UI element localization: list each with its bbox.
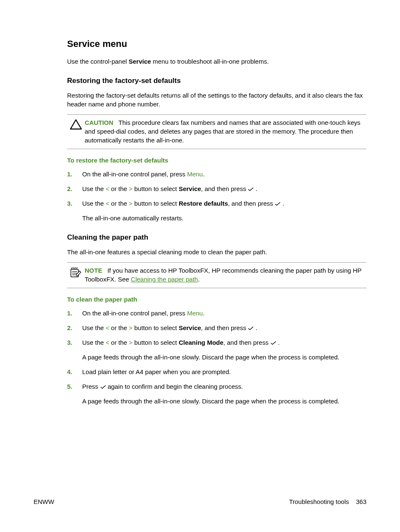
list-item: On the all-in-one control panel, press M… <box>67 309 366 318</box>
link-cleaning-paper-path[interactable]: Cleaning the paper path <box>131 276 198 283</box>
text: or the <box>109 324 129 331</box>
step-sub: The all-in-one automatically restarts. <box>82 214 366 222</box>
lt-symbol: < <box>106 324 109 331</box>
list-item: Use the < or the > button to select Rest… <box>67 199 366 222</box>
gt-symbol: > <box>129 200 132 207</box>
text: button to select <box>132 324 179 331</box>
text: . <box>203 310 205 317</box>
step-sub: A page feeds through the all-in-one slow… <box>82 353 366 362</box>
check-icon <box>275 202 281 206</box>
text: , and then press <box>228 200 275 207</box>
list-item: Use the < or the > button to select Clea… <box>67 338 366 362</box>
text: again to confirm and begin the cleaning … <box>106 383 243 390</box>
text-bold: Restore defaults <box>179 200 228 207</box>
list-item: Load plain letter or A4 paper when you a… <box>67 367 366 376</box>
document-page: Service menu Use the control-panel Servi… <box>0 0 400 405</box>
text: Use the <box>82 339 106 346</box>
text: . <box>254 324 257 331</box>
text: . <box>203 170 205 178</box>
text: menu to troubleshoot all-in-one problems… <box>151 58 269 65</box>
note-callout: NOTE If you have access to HP ToolboxFX,… <box>67 262 366 288</box>
gt-symbol: > <box>129 185 132 192</box>
text: Use the <box>82 324 106 331</box>
check-icon <box>100 385 106 389</box>
text-bold: Service <box>129 58 151 65</box>
gt-symbol: > <box>129 339 132 346</box>
text: . <box>198 276 200 283</box>
page-title: Service menu <box>67 39 366 49</box>
steps-restore: On the all-in-one control panel, press M… <box>67 170 366 222</box>
text-bold: Service <box>179 324 201 331</box>
text: On the all-in-one control panel, press <box>82 310 187 317</box>
list-item: Use the < or the > button to select Serv… <box>67 323 366 332</box>
text: . <box>254 185 257 192</box>
text: button to select <box>132 339 179 346</box>
lt-symbol: < <box>106 185 109 192</box>
steps-clean: On the all-in-one control panel, press M… <box>67 309 366 405</box>
text-bold: Service <box>179 185 201 192</box>
text: , and then press <box>223 339 270 346</box>
list-item: Press again to confirm and begin the cle… <box>67 382 366 405</box>
list-item: On the all-in-one control panel, press M… <box>67 170 366 178</box>
text: On the all-in-one control panel, press <box>82 170 187 178</box>
text-green: Menu <box>187 170 203 178</box>
gt-symbol: > <box>129 324 132 331</box>
section2-para: The all-in-one features a special cleani… <box>67 248 366 256</box>
page-number: 363 <box>356 498 366 505</box>
note-label: NOTE <box>85 267 102 274</box>
text: Press <box>82 383 100 390</box>
text: or the <box>109 339 129 346</box>
footer-right: Troubleshooting tools 363 <box>289 498 366 505</box>
lt-symbol: < <box>106 339 109 346</box>
text: , and then press <box>201 185 248 192</box>
check-icon <box>270 341 276 345</box>
caution-label: CAUTION <box>85 119 113 126</box>
lt-symbol: < <box>106 200 109 207</box>
section-heading-restoring: Restoring the factory-set defaults <box>67 77 366 85</box>
footer-left: ENWW <box>34 498 54 505</box>
check-icon <box>248 187 254 191</box>
text: Use the control-panel <box>67 58 129 65</box>
text: This procedure clears fax numbers and na… <box>85 119 361 144</box>
text: Use the <box>82 200 106 207</box>
text: Load plain letter or A4 paper when you a… <box>82 368 231 375</box>
page-footer: ENWW Troubleshooting tools 363 <box>34 498 366 505</box>
section1-para: Restoring the factory-set defaults retur… <box>67 91 366 108</box>
text: or the <box>109 185 129 192</box>
list-item: Use the < or the > button to select Serv… <box>67 184 366 193</box>
procedure-heading-restore: To restore the factory-set defaults <box>67 157 366 164</box>
footer-section: Troubleshooting tools <box>289 498 349 505</box>
text: . <box>281 200 284 207</box>
section-heading-cleaning: Cleaning the paper path <box>67 233 366 242</box>
check-icon <box>248 326 254 331</box>
caution-callout: CAUTION This procedure clears fax number… <box>67 114 366 149</box>
caution-text: CAUTION This procedure clears fax number… <box>85 118 366 145</box>
text: button to select <box>132 200 179 207</box>
procedure-heading-clean: To clean the paper path <box>67 296 366 303</box>
step-sub: A page feeds through the all-in-one slow… <box>82 397 366 405</box>
text: If you have access to HP ToolboxFX, HP r… <box>85 267 361 283</box>
text: . <box>276 339 280 346</box>
text-green: Menu <box>187 310 203 317</box>
note-text: NOTE If you have access to HP ToolboxFX,… <box>85 266 366 284</box>
note-icon <box>67 266 85 284</box>
intro-paragraph: Use the control-panel Service menu to tr… <box>67 57 366 66</box>
text-bold: Cleaning Mode <box>179 339 223 346</box>
text: or the <box>109 200 129 207</box>
caution-icon <box>67 118 85 145</box>
text: button to select <box>132 185 179 192</box>
text: , and then press <box>201 324 248 331</box>
text: Use the <box>82 185 106 192</box>
